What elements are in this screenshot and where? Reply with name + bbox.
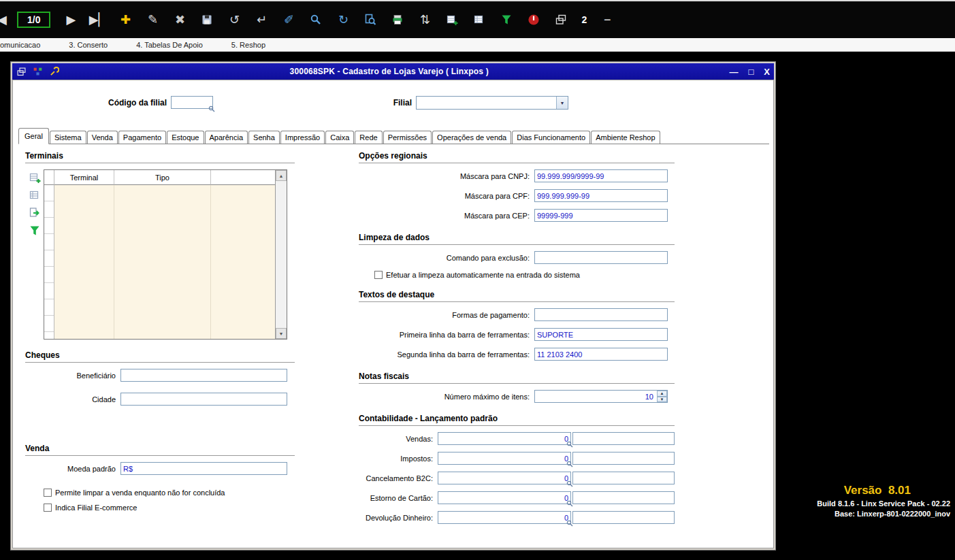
lookup-icon[interactable] bbox=[208, 105, 215, 112]
filter-icon[interactable] bbox=[500, 13, 513, 27]
grid-row-indicator[interactable] bbox=[44, 185, 54, 201]
lookup-icon[interactable] bbox=[566, 520, 573, 527]
wrench-icon[interactable] bbox=[49, 67, 59, 77]
comando-exclusao-input[interactable] bbox=[534, 251, 668, 264]
grid-row-indicator[interactable] bbox=[44, 201, 54, 218]
contab-impostos-desc-input[interactable] bbox=[572, 452, 675, 465]
scroll-down-icon[interactable]: ▼ bbox=[276, 328, 287, 339]
lookup-icon[interactable] bbox=[566, 461, 573, 467]
check-limpeza-automatica[interactable]: Efetuar a limpeza automaticamente na ent… bbox=[374, 271, 675, 279]
checkbox-icon[interactable] bbox=[374, 271, 383, 279]
grid-row-indicator[interactable] bbox=[44, 283, 54, 299]
scroll-track[interactable] bbox=[276, 181, 287, 328]
close-button[interactable]: X bbox=[764, 67, 770, 76]
cidade-input[interactable] bbox=[120, 393, 287, 406]
next-record-icon[interactable]: ▶ bbox=[64, 13, 78, 27]
first-record-icon[interactable]: ◀ bbox=[0, 13, 9, 27]
contab-impostos-code-input[interactable] bbox=[438, 452, 571, 465]
report-add-icon[interactable] bbox=[445, 13, 459, 27]
tab-geral[interactable]: Geral bbox=[18, 128, 49, 144]
check-filial-ecommerce[interactable]: Indica Filial E-commerce bbox=[44, 504, 295, 512]
grid-row-indicator[interactable] bbox=[44, 234, 54, 250]
contab-devolucao-code-input[interactable] bbox=[438, 511, 571, 524]
window-icon[interactable] bbox=[16, 67, 27, 77]
cascade-windows-icon[interactable] bbox=[554, 13, 568, 27]
mascara-cep-input[interactable] bbox=[534, 209, 668, 222]
grid-export-icon[interactable] bbox=[29, 207, 41, 219]
tab-caixa[interactable]: Caixa bbox=[325, 131, 354, 144]
contab-vendas-desc-input[interactable] bbox=[572, 432, 675, 445]
menu-item[interactable]: 4. Tabelas De Apoio bbox=[136, 41, 203, 49]
tab-sistema[interactable]: Sistema bbox=[50, 131, 86, 144]
preview-icon[interactable] bbox=[363, 13, 377, 27]
tab-senha[interactable]: Senha bbox=[248, 131, 280, 144]
column-header-tipo[interactable]: Tipo bbox=[114, 170, 211, 185]
contab-cancelamento-code-input[interactable] bbox=[438, 472, 571, 484]
refresh-icon[interactable]: ↻ bbox=[336, 13, 350, 27]
grid-add-icon[interactable] bbox=[29, 171, 41, 184]
grid-scrollbar[interactable]: ▲ ▼ bbox=[275, 170, 287, 339]
spin-up-icon[interactable]: ▲ bbox=[657, 391, 667, 397]
maximize-button[interactable]: □ bbox=[748, 67, 754, 76]
filial-input[interactable] bbox=[417, 97, 556, 109]
grid-row-indicator[interactable] bbox=[44, 267, 54, 283]
confirm-icon[interactable]: ↵ bbox=[255, 13, 268, 27]
beneficiario-input[interactable] bbox=[120, 369, 287, 382]
revert-icon[interactable]: ↺ bbox=[227, 13, 241, 27]
codigo-filial-input[interactable] bbox=[171, 96, 213, 109]
lookup-icon[interactable] bbox=[566, 500, 573, 507]
sort-icon[interactable]: ⇅ bbox=[418, 13, 432, 27]
menu-item[interactable]: 3. Conserto bbox=[69, 41, 108, 49]
menu-item[interactable]: 5. Reshop bbox=[231, 41, 265, 49]
moeda-padrao-input[interactable] bbox=[120, 462, 287, 475]
mascara-cpf-input[interactable] bbox=[534, 189, 668, 202]
check-limpar-venda[interactable]: Permite limpar a venda enquanto não for … bbox=[44, 489, 295, 497]
grid-row-indicator[interactable] bbox=[44, 218, 54, 234]
report-icon[interactable] bbox=[472, 13, 486, 27]
spin-down-icon[interactable]: ▼ bbox=[657, 397, 667, 403]
search-icon[interactable] bbox=[309, 13, 323, 27]
lookup-icon[interactable] bbox=[566, 441, 573, 448]
tab-estoque[interactable]: Estoque bbox=[167, 131, 204, 144]
titlebar[interactable]: 300068SPK - Cadastro de Lojas Varejo ( L… bbox=[12, 63, 774, 80]
tab-venda[interactable]: Venda bbox=[87, 131, 118, 144]
tab-pagamento[interactable]: Pagamento bbox=[118, 131, 166, 144]
tab-operações-de-venda[interactable]: Operações de venda bbox=[432, 131, 511, 144]
lookup-icon[interactable] bbox=[566, 480, 573, 487]
contab-vendas-code-input[interactable] bbox=[438, 432, 571, 445]
tab-rede[interactable]: Rede bbox=[355, 131, 382, 144]
filial-combobox[interactable]: ▼ bbox=[416, 96, 568, 110]
contab-devolucao-desc-input[interactable] bbox=[572, 511, 675, 524]
segunda-linha-input[interactable] bbox=[534, 348, 668, 361]
save-icon[interactable] bbox=[200, 13, 214, 27]
checkbox-icon[interactable] bbox=[44, 504, 52, 512]
tab-permissões[interactable]: Permissões bbox=[383, 131, 432, 144]
checkbox-icon[interactable] bbox=[44, 489, 52, 497]
contab-estorno-code-input[interactable] bbox=[438, 491, 571, 504]
grid-row-indicator[interactable] bbox=[44, 299, 54, 316]
menu-item[interactable]: omunicacao bbox=[0, 41, 40, 49]
formas-pagamento-input[interactable] bbox=[534, 308, 668, 321]
grid-row-indicator[interactable] bbox=[44, 316, 54, 332]
scroll-up-icon[interactable]: ▲ bbox=[276, 170, 287, 181]
minimize-button[interactable]: — bbox=[729, 67, 738, 76]
tab-impressão[interactable]: Impressão bbox=[280, 131, 325, 144]
grid-filter-icon[interactable] bbox=[29, 225, 41, 237]
add-icon[interactable]: ✚ bbox=[118, 13, 132, 27]
grid-report-icon[interactable] bbox=[29, 189, 41, 201]
toolbar-minimize-icon[interactable]: − bbox=[600, 13, 614, 27]
modules-icon[interactable] bbox=[33, 67, 43, 77]
tab-aparência[interactable]: Aparência bbox=[205, 131, 248, 144]
mascara-cnpj-input[interactable] bbox=[534, 169, 668, 182]
grid-row-indicator[interactable] bbox=[44, 250, 54, 267]
contab-estorno-desc-input[interactable] bbox=[572, 491, 675, 504]
brush-icon[interactable]: ✐ bbox=[282, 13, 295, 27]
numero-max-itens-input[interactable] bbox=[534, 390, 668, 403]
contab-cancelamento-desc-input[interactable] bbox=[572, 472, 675, 484]
edit-icon[interactable]: ✎ bbox=[146, 13, 159, 27]
tab-ambiente-reshop[interactable]: Ambiente Reshop bbox=[591, 131, 660, 144]
print-export-icon[interactable] bbox=[391, 13, 404, 27]
column-header-terminal[interactable]: Terminal bbox=[54, 170, 114, 185]
exit-icon[interactable] bbox=[527, 13, 540, 27]
last-record-icon[interactable]: ▶▏ bbox=[91, 13, 105, 27]
